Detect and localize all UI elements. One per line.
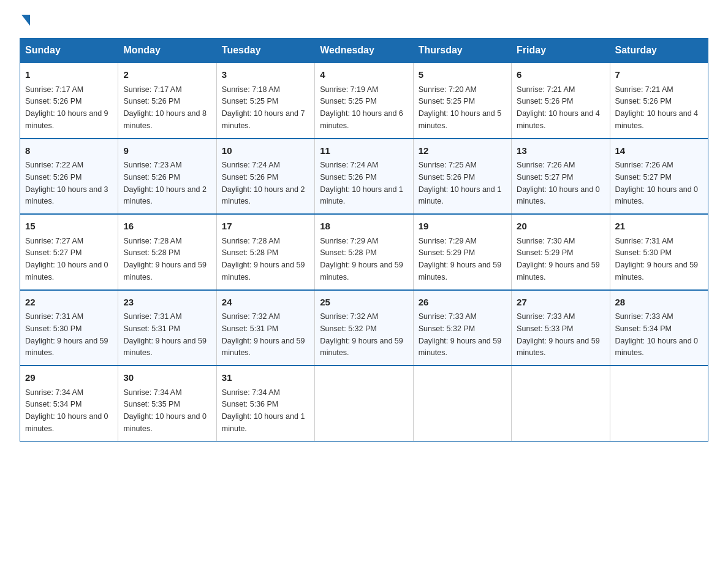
calendar-cell: 3Sunrise: 7:18 AMSunset: 5:25 PMDaylight…: [216, 63, 314, 139]
calendar-cell: 13Sunrise: 7:26 AMSunset: 5:27 PMDayligh…: [512, 139, 610, 215]
day-info: Sunrise: 7:18 AMSunset: 5:25 PMDaylight:…: [222, 85, 305, 130]
day-info: Sunrise: 7:31 AMSunset: 5:30 PMDaylight:…: [615, 237, 699, 282]
calendar-cell: 7Sunrise: 7:21 AMSunset: 5:26 PMDaylight…: [610, 63, 708, 139]
day-number: 26: [419, 296, 506, 310]
day-info: Sunrise: 7:24 AMSunset: 5:26 PMDaylight:…: [320, 161, 403, 205]
day-info: Sunrise: 7:34 AMSunset: 5:35 PMDaylight:…: [123, 388, 207, 433]
logo-arrow-icon: [21, 15, 30, 26]
day-number: 8: [25, 144, 113, 158]
calendar-cell: 8Sunrise: 7:22 AMSunset: 5:26 PMDaylight…: [20, 139, 118, 215]
day-number: 10: [222, 144, 309, 158]
day-info: Sunrise: 7:30 AMSunset: 5:29 PMDaylight:…: [517, 237, 600, 282]
calendar-cell: 17Sunrise: 7:28 AMSunset: 5:28 PMDayligh…: [216, 214, 314, 290]
day-number: 18: [320, 220, 408, 234]
logo-text: [20, 15, 30, 27]
calendar-cell: 29Sunrise: 7:34 AMSunset: 5:34 PMDayligh…: [20, 366, 118, 441]
calendar-table: SundayMondayTuesdayWednesdayThursdayFrid…: [20, 38, 708, 442]
day-info: Sunrise: 7:33 AMSunset: 5:34 PMDaylight:…: [615, 312, 699, 357]
calendar-cell: 16Sunrise: 7:28 AMSunset: 5:28 PMDayligh…: [118, 214, 216, 290]
day-info: Sunrise: 7:32 AMSunset: 5:31 PMDaylight:…: [222, 312, 305, 357]
calendar-cell: 26Sunrise: 7:33 AMSunset: 5:32 PMDayligh…: [413, 290, 511, 366]
page-header: [20, 15, 708, 27]
col-header-wednesday: Wednesday: [315, 39, 413, 63]
day-info: Sunrise: 7:19 AMSunset: 5:25 PMDaylight:…: [320, 85, 403, 130]
day-info: Sunrise: 7:27 AMSunset: 5:27 PMDaylight:…: [25, 237, 108, 282]
calendar-cell: 12Sunrise: 7:25 AMSunset: 5:26 PMDayligh…: [413, 139, 511, 215]
col-header-tuesday: Tuesday: [216, 39, 314, 63]
day-number: 24: [222, 296, 309, 310]
calendar-cell: 15Sunrise: 7:27 AMSunset: 5:27 PMDayligh…: [20, 214, 118, 290]
col-header-monday: Monday: [118, 39, 216, 63]
day-number: 30: [123, 371, 211, 385]
calendar-cell: 23Sunrise: 7:31 AMSunset: 5:31 PMDayligh…: [118, 290, 216, 366]
calendar-header-row: SundayMondayTuesdayWednesdayThursdayFrid…: [20, 39, 708, 63]
day-number: 16: [123, 220, 211, 234]
day-number: 17: [222, 220, 309, 234]
calendar-cell: 30Sunrise: 7:34 AMSunset: 5:35 PMDayligh…: [118, 366, 216, 441]
day-number: 21: [615, 220, 703, 234]
calendar-cell: 9Sunrise: 7:23 AMSunset: 5:26 PMDaylight…: [118, 139, 216, 215]
day-number: 20: [517, 220, 604, 234]
calendar-cell: 5Sunrise: 7:20 AMSunset: 5:25 PMDaylight…: [413, 63, 511, 139]
day-number: 6: [517, 68, 604, 82]
day-info: Sunrise: 7:25 AMSunset: 5:26 PMDaylight:…: [419, 161, 502, 205]
col-header-sunday: Sunday: [20, 39, 118, 63]
calendar-cell: 2Sunrise: 7:17 AMSunset: 5:26 PMDaylight…: [118, 63, 216, 139]
day-info: Sunrise: 7:22 AMSunset: 5:26 PMDaylight:…: [25, 161, 108, 205]
calendar-cell: 20Sunrise: 7:30 AMSunset: 5:29 PMDayligh…: [512, 214, 610, 290]
day-number: 15: [25, 220, 113, 234]
day-info: Sunrise: 7:29 AMSunset: 5:28 PMDaylight:…: [320, 237, 403, 282]
col-header-saturday: Saturday: [610, 39, 708, 63]
day-info: Sunrise: 7:33 AMSunset: 5:32 PMDaylight:…: [419, 312, 502, 357]
day-info: Sunrise: 7:26 AMSunset: 5:27 PMDaylight:…: [615, 161, 699, 205]
day-info: Sunrise: 7:28 AMSunset: 5:28 PMDaylight:…: [222, 237, 305, 282]
day-number: 13: [517, 144, 604, 158]
calendar-cell: 11Sunrise: 7:24 AMSunset: 5:26 PMDayligh…: [315, 139, 413, 215]
day-number: 3: [222, 68, 309, 82]
calendar-cell: 22Sunrise: 7:31 AMSunset: 5:30 PMDayligh…: [20, 290, 118, 366]
day-info: Sunrise: 7:26 AMSunset: 5:27 PMDaylight:…: [517, 161, 600, 205]
day-number: 31: [222, 371, 309, 385]
day-info: Sunrise: 7:34 AMSunset: 5:34 PMDaylight:…: [25, 388, 108, 433]
day-info: Sunrise: 7:20 AMSunset: 5:25 PMDaylight:…: [419, 85, 502, 130]
day-info: Sunrise: 7:33 AMSunset: 5:33 PMDaylight:…: [517, 312, 600, 357]
day-info: Sunrise: 7:31 AMSunset: 5:30 PMDaylight:…: [25, 312, 108, 357]
day-info: Sunrise: 7:34 AMSunset: 5:36 PMDaylight:…: [222, 388, 305, 433]
day-info: Sunrise: 7:29 AMSunset: 5:29 PMDaylight:…: [419, 237, 502, 282]
calendar-week-row: 29Sunrise: 7:34 AMSunset: 5:34 PMDayligh…: [20, 366, 708, 441]
day-number: 25: [320, 296, 408, 310]
day-number: 19: [419, 220, 506, 234]
day-number: 23: [123, 296, 211, 310]
day-info: Sunrise: 7:17 AMSunset: 5:26 PMDaylight:…: [123, 85, 207, 130]
calendar-week-row: 1Sunrise: 7:17 AMSunset: 5:26 PMDaylight…: [20, 63, 708, 139]
calendar-cell: [512, 366, 610, 441]
day-number: 1: [25, 68, 113, 82]
day-info: Sunrise: 7:31 AMSunset: 5:31 PMDaylight:…: [123, 312, 207, 357]
calendar-cell: 18Sunrise: 7:29 AMSunset: 5:28 PMDayligh…: [315, 214, 413, 290]
day-number: 9: [123, 144, 211, 158]
calendar-cell: [610, 366, 708, 441]
calendar-cell: 31Sunrise: 7:34 AMSunset: 5:36 PMDayligh…: [216, 366, 314, 441]
day-info: Sunrise: 7:21 AMSunset: 5:26 PMDaylight:…: [517, 85, 600, 130]
calendar-cell: 14Sunrise: 7:26 AMSunset: 5:27 PMDayligh…: [610, 139, 708, 215]
day-number: 5: [419, 68, 506, 82]
day-info: Sunrise: 7:23 AMSunset: 5:26 PMDaylight:…: [123, 161, 207, 205]
logo: [20, 15, 30, 27]
calendar-cell: 10Sunrise: 7:24 AMSunset: 5:26 PMDayligh…: [216, 139, 314, 215]
calendar-cell: [315, 366, 413, 441]
day-number: 27: [517, 296, 604, 310]
day-number: 29: [25, 371, 113, 385]
day-number: 28: [615, 296, 703, 310]
calendar-week-row: 22Sunrise: 7:31 AMSunset: 5:30 PMDayligh…: [20, 290, 708, 366]
day-info: Sunrise: 7:32 AMSunset: 5:32 PMDaylight:…: [320, 312, 403, 357]
calendar-week-row: 8Sunrise: 7:22 AMSunset: 5:26 PMDaylight…: [20, 139, 708, 215]
calendar-cell: 6Sunrise: 7:21 AMSunset: 5:26 PMDaylight…: [512, 63, 610, 139]
calendar-cell: 4Sunrise: 7:19 AMSunset: 5:25 PMDaylight…: [315, 63, 413, 139]
calendar-week-row: 15Sunrise: 7:27 AMSunset: 5:27 PMDayligh…: [20, 214, 708, 290]
day-number: 7: [615, 68, 703, 82]
day-number: 4: [320, 68, 408, 82]
day-number: 2: [123, 68, 211, 82]
day-info: Sunrise: 7:24 AMSunset: 5:26 PMDaylight:…: [222, 161, 305, 205]
day-info: Sunrise: 7:28 AMSunset: 5:28 PMDaylight:…: [123, 237, 207, 282]
day-info: Sunrise: 7:17 AMSunset: 5:26 PMDaylight:…: [25, 85, 108, 130]
